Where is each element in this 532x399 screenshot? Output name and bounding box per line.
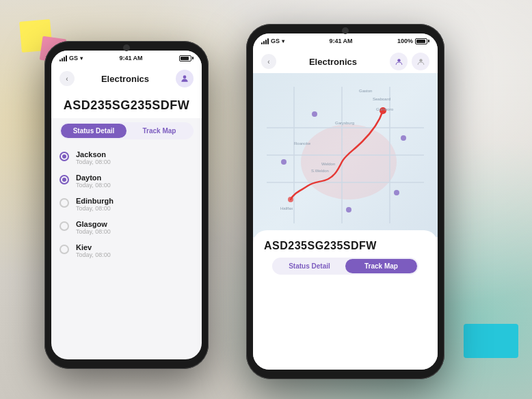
time-2: Today, 08:00 xyxy=(76,205,194,212)
city-4: Kiev xyxy=(76,243,194,251)
phone-screen-right: GS ▾ 9:41 AM 100% ‹ Electronics xyxy=(253,33,438,370)
wifi-icon-left: ▾ xyxy=(80,55,83,61)
map-area: Gaston Roanoke Weldon S.Weldon Garysburg… xyxy=(253,73,438,237)
avatar-left[interactable] xyxy=(176,70,194,87)
radio-0 xyxy=(59,152,69,161)
wifi-icon-right: ▾ xyxy=(282,38,284,44)
svg-text:Halifax: Halifax xyxy=(280,206,293,210)
svg-point-14 xyxy=(281,159,287,165)
phone-camera-right xyxy=(342,27,349,34)
time-0: Today, 08:00 xyxy=(76,159,194,165)
battery-pct-right: 100% xyxy=(397,38,413,44)
status-item-2: Edinburgh Today, 08:00 xyxy=(59,193,194,216)
header-user-icon-1[interactable] xyxy=(390,53,408,70)
teal-decoration xyxy=(464,324,518,358)
status-bar-right: GS ▾ 9:41 AM 100% xyxy=(253,33,438,47)
svg-point-13 xyxy=(401,135,406,141)
svg-text:Garysburg: Garysburg xyxy=(335,121,354,125)
tab-bar-right: Status Detail Track Map xyxy=(272,258,418,275)
phone-screen-left: GS ▾ 9:41 AM ‹ Electronics xyxy=(51,51,202,359)
city-1: Dayton xyxy=(76,174,194,182)
tracking-id-right: ASD235SG235SDFW xyxy=(264,240,427,252)
svg-point-2 xyxy=(419,59,422,61)
time-1: Today, 08:00 xyxy=(76,182,194,189)
back-button-right[interactable]: ‹ xyxy=(261,54,276,69)
svg-point-16 xyxy=(346,207,351,212)
back-button-left[interactable]: ‹ xyxy=(59,71,75,86)
svg-text:Gaston: Gaston xyxy=(359,89,372,93)
header-icons-right xyxy=(390,53,429,70)
radio-2 xyxy=(59,198,69,208)
svg-text:Weldon: Weldon xyxy=(321,162,335,166)
time-left: 9:41 AM xyxy=(119,55,142,61)
time-right: 9:41 AM xyxy=(329,38,352,44)
svg-point-0 xyxy=(183,75,187,79)
phone-camera-left xyxy=(123,44,130,51)
tab-status-detail-right[interactable]: Status Detail xyxy=(274,259,345,273)
svg-point-11 xyxy=(288,197,293,202)
tracking-id-section-left: ASD235SG235SDFW xyxy=(51,92,202,118)
svg-point-12 xyxy=(312,111,317,117)
city-0: Jackson xyxy=(76,150,194,159)
battery-left xyxy=(179,55,194,61)
phone-right: GS ▾ 9:41 AM 100% ‹ Electronics xyxy=(246,24,444,379)
radio-4 xyxy=(59,245,69,254)
svg-point-15 xyxy=(394,190,399,195)
app-header-right: ‹ Electronics xyxy=(253,47,438,73)
status-list-left: Jackson Today, 08:00 Dayton Today, 08:00… xyxy=(51,143,202,265)
svg-text:S.Weldon: S.Weldon xyxy=(311,169,329,173)
battery-right xyxy=(415,38,429,44)
header-user-icon-2[interactable] xyxy=(412,53,429,70)
time-3: Today, 08:00 xyxy=(76,228,194,235)
status-item-4: Kiev Today, 08:00 xyxy=(59,239,194,262)
svg-point-3 xyxy=(301,124,397,200)
time-4: Today, 08:00 xyxy=(76,251,194,258)
svg-text:Seaboard: Seaboard xyxy=(373,97,390,101)
tab-status-detail-left[interactable]: Status Detail xyxy=(61,124,127,138)
tab-track-map-left[interactable]: Track Map xyxy=(127,124,192,138)
signal-icon-left xyxy=(59,55,67,61)
status-bar-left: GS ▾ 9:41 AM xyxy=(51,51,202,64)
signal-icon-right xyxy=(261,38,269,44)
header-title-right: Electronics xyxy=(280,57,386,67)
tracking-id-left: ASD235SG235SDFW xyxy=(62,98,191,113)
svg-text:Gumboro: Gumboro xyxy=(376,107,394,111)
map-svg: Gaston Roanoke Weldon S.Weldon Garysburg… xyxy=(253,73,438,237)
status-item-3: Glasgow Today, 08:00 xyxy=(59,216,194,239)
radio-3 xyxy=(59,221,69,231)
city-2: Edinburgh xyxy=(76,197,194,205)
svg-point-1 xyxy=(397,59,400,61)
carrier-left: GS xyxy=(69,55,78,61)
city-3: Glasgow xyxy=(76,220,194,228)
tab-track-map-right[interactable]: Track Map xyxy=(345,259,417,273)
app-header-left: ‹ Electronics xyxy=(51,64,202,92)
radio-1 xyxy=(59,175,69,184)
status-item-1: Dayton Today, 08:00 xyxy=(59,169,194,193)
phone-left: GS ▾ 9:41 AM ‹ Electronics xyxy=(44,41,209,369)
status-item-0: Jackson Today, 08:00 xyxy=(59,146,194,169)
svg-text:Roanoke: Roanoke xyxy=(294,141,311,146)
bottom-card-right: ASD235SG235SDFW Status Detail Track Map xyxy=(253,230,438,370)
header-title-left: Electronics xyxy=(80,74,170,84)
carrier-right: GS xyxy=(271,38,280,44)
tab-bar-left: Status Detail Track Map xyxy=(59,122,194,139)
